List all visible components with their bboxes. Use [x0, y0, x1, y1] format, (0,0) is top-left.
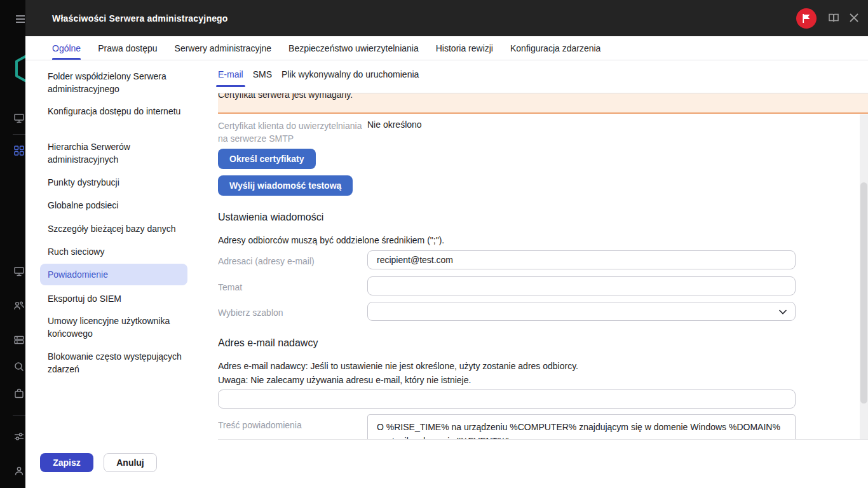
- tab-serwery-administracyjne[interactable]: Serwery administracyjne: [175, 36, 272, 60]
- subtab-plik-wykonywalny[interactable]: Plik wykonywalny do uruchomienia: [281, 69, 419, 87]
- sidebar-item-konfiguracja-dostepu[interactable]: Konfiguracja dostępu do internetu: [48, 105, 195, 118]
- notification-subtabs: E-mail SMS Plik wykonywalny do uruchomie…: [218, 69, 419, 87]
- help-book-icon[interactable]: [828, 13, 839, 23]
- recipients-note: Adresy odbiorców muszą być oddzielone śr…: [218, 233, 444, 247]
- sidebar-item-folder-wspoldzielony[interactable]: Folder współdzielony Serwera administrac…: [48, 70, 195, 95]
- window-title: Właściwości Serwera administracyjnego: [52, 13, 228, 24]
- scrollbar-track[interactable]: [860, 114, 868, 440]
- window-titlebar: Właściwości Serwera administracyjnego: [25, 0, 868, 36]
- template-select[interactable]: [367, 302, 796, 321]
- sender-note-2: Uwaga: Nie zalecamy używania adresu e-ma…: [218, 373, 471, 387]
- menu-icon[interactable]: [16, 15, 25, 24]
- certificate-warning-banner: Certyfikat serwera jest wymagany.: [218, 93, 868, 114]
- sidebar-item-szczegoly-bazy[interactable]: Szczegóły bieżącej bazy danych: [48, 222, 195, 235]
- notification-text-label: Treść powiadomienia: [218, 419, 302, 431]
- settings-scroll-area[interactable]: Certyfikat serwera jest wymagany. Certyf…: [218, 93, 868, 440]
- dashboard-icon[interactable]: [13, 145, 25, 156]
- sender-email-input[interactable]: [218, 390, 796, 409]
- rail-divider: [13, 134, 25, 135]
- app-rail: [0, 0, 25, 488]
- recipients-label: Adresaci (adresy e-mail): [218, 255, 315, 268]
- account-icon[interactable]: [13, 465, 25, 477]
- sidebar-item-blokowanie-zdarzen[interactable]: Blokowanie często występujących zdarzeń: [48, 350, 195, 376]
- sidebar-item-hierarchia-serwerow[interactable]: Hierarchia Serwerów administracyjnych: [48, 140, 195, 166]
- sidebar-item-umowy-licencyjne[interactable]: Umowy licencyjne użytkownika końcowego: [48, 315, 195, 340]
- rail-divider: [13, 415, 25, 416]
- sidebar-item-eksportuj-siem[interactable]: Eksportuj do SIEM: [48, 292, 195, 305]
- smtp-client-certificate-label: Certyfikat klienta do uwierzytelniania n…: [218, 119, 364, 145]
- search-icon[interactable]: [13, 361, 25, 372]
- subject-label: Temat: [218, 281, 242, 294]
- tab-bezpieczenstwo-uwierzytelniania[interactable]: Bezpieczeństwo uwierzytelniania: [288, 36, 419, 60]
- scrollbar-thumb[interactable]: [860, 182, 867, 403]
- sender-note-1: Adres e-mail nadawcy: Jeśli to ustawieni…: [218, 359, 578, 373]
- recipients-input[interactable]: [367, 250, 796, 269]
- chevron-down-icon: [778, 308, 787, 316]
- notifications-flag-icon[interactable]: [796, 8, 817, 29]
- message-settings-heading: Ustawienia wiadomości: [218, 212, 323, 223]
- settings-icon[interactable]: [13, 431, 25, 442]
- notification-text-area[interactable]: O %RISE_TIME% na urządzeniu %COMPUTER% z…: [367, 414, 796, 440]
- repositories-icon[interactable]: [13, 334, 25, 346]
- subject-input[interactable]: [367, 276, 796, 295]
- monitoring-icon[interactable]: [13, 112, 25, 124]
- subtab-email[interactable]: E-mail: [218, 69, 243, 87]
- sender-heading: Adres e-mail nadawcy: [218, 337, 318, 349]
- devices-icon[interactable]: [13, 266, 25, 277]
- users-icon[interactable]: [13, 300, 25, 311]
- marketplace-icon[interactable]: [13, 388, 25, 399]
- banner-text: Certyfikat serwera jest wymagany.: [218, 93, 868, 100]
- sidebar-item-ruch-sieciowy[interactable]: Ruch sieciowy: [48, 245, 195, 258]
- save-button[interactable]: Zapisz: [40, 453, 93, 472]
- tab-historia-rewizji[interactable]: Historia rewizji: [436, 36, 493, 60]
- subtab-sms[interactable]: SMS: [253, 69, 272, 87]
- specify-certificates-button[interactable]: Określ certyfikaty: [218, 149, 316, 169]
- properties-dialog: Ogólne Prawa dostępu Serwery administrac…: [25, 36, 868, 488]
- template-label: Wybierz szablon: [218, 306, 283, 319]
- tab-ogolne[interactable]: Ogólne: [52, 36, 81, 60]
- tab-konfiguracja-zdarzenia[interactable]: Konfiguracja zdarzenia: [510, 36, 600, 60]
- sidebar-item-powiadomienie[interactable]: Powiadomienie: [40, 264, 187, 285]
- smtp-client-certificate-value: Nie określono: [367, 119, 422, 130]
- cancel-button[interactable]: Anuluj: [104, 453, 157, 472]
- send-test-message-button[interactable]: Wyślij wiadomość testową: [218, 175, 353, 196]
- dialog-tabs: Ogólne Prawa dostępu Serwery administrac…: [25, 36, 868, 60]
- sidebar-item-punkty-dystrybucji[interactable]: Punkty dystrybucji: [48, 176, 195, 189]
- sidebar-item-globalne-podsieci[interactable]: Globalne podsieci: [48, 199, 195, 212]
- tab-prawa-dostepu[interactable]: Prawa dostępu: [98, 36, 157, 60]
- close-icon[interactable]: [849, 13, 859, 23]
